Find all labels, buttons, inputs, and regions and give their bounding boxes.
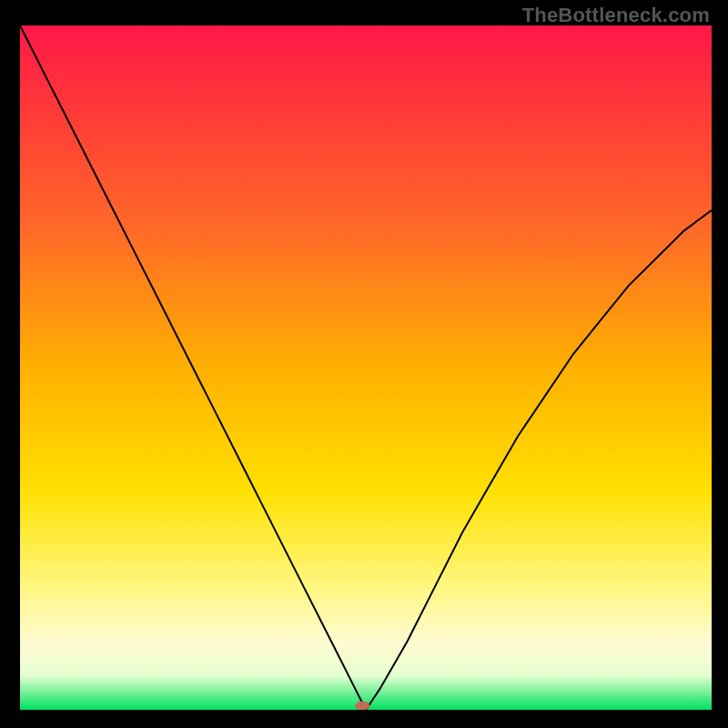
chart-container <box>20 25 712 710</box>
watermark-text: TheBottleneck.com <box>522 4 710 27</box>
gradient-background <box>20 25 712 710</box>
bottleneck-chart <box>20 25 712 710</box>
